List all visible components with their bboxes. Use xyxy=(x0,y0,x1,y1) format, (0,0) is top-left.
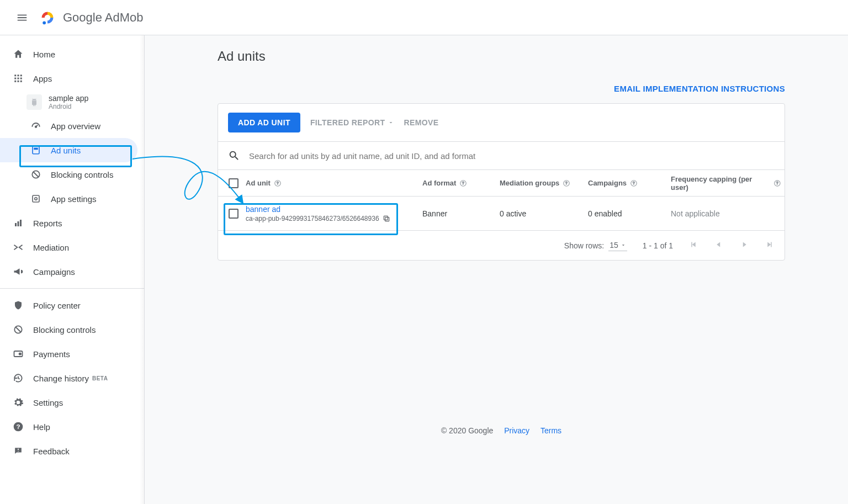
svg-rect-19 xyxy=(18,221,19,226)
nav-blocking-controls[interactable]: Blocking controls xyxy=(0,317,144,342)
search-input[interactable] xyxy=(249,151,775,161)
apps-icon xyxy=(12,72,24,84)
col-format: Ad format xyxy=(422,179,456,187)
footer-copyright: © 2020 Google xyxy=(441,426,493,435)
svg-rect-20 xyxy=(20,220,22,226)
nav-blocking2-label: Blocking controls xyxy=(33,325,96,335)
table-header: Ad unit? Ad format? Mediation groups? Ca… xyxy=(218,170,785,197)
admob-logo-icon xyxy=(40,10,55,25)
cell-campaigns: 0 enabled xyxy=(588,209,671,218)
sidebar: Home Apps sample app Android App overvie… xyxy=(0,35,145,504)
nav-feedback-label: Feedback xyxy=(33,447,70,456)
help-circle-icon: ? xyxy=(459,179,467,187)
rows-select[interactable]: 15 xyxy=(608,240,627,251)
hamburger-icon xyxy=(16,12,28,24)
gear-icon xyxy=(12,396,24,408)
remove-button[interactable]: REMOVE xyxy=(404,118,439,127)
nav-apps[interactable]: Apps xyxy=(0,66,144,91)
menu-button[interactable] xyxy=(9,4,35,31)
page-title: Ad units xyxy=(218,49,785,64)
feedback-icon xyxy=(12,445,24,457)
svg-text:?: ? xyxy=(633,181,635,185)
chevron-down-icon xyxy=(388,119,394,126)
col-ad-unit: Ad unit xyxy=(246,179,271,187)
nav-policy-label: Policy center xyxy=(33,301,81,310)
svg-rect-7 xyxy=(14,81,16,82)
shield-icon xyxy=(12,299,24,311)
nav-feedback[interactable]: Feedback xyxy=(0,439,144,463)
nav-reports-label: Reports xyxy=(33,219,62,228)
ad-units-card: ADD AD UNIT FILTERED REPORT REMOVE Ad un… xyxy=(218,103,785,261)
app-name: sample app xyxy=(49,94,88,103)
svg-rect-1 xyxy=(14,75,16,76)
nav-home-label: Home xyxy=(33,50,55,59)
chevron-down-icon xyxy=(621,242,626,248)
rows-value: 15 xyxy=(610,241,618,250)
nav-campaigns[interactable]: Campaigns xyxy=(0,259,144,284)
nav-policy-center[interactable]: Policy center xyxy=(0,293,144,317)
col-freq: Frequency capping (per user) xyxy=(671,175,770,192)
nav-change-history[interactable]: Change history BETA xyxy=(0,366,144,390)
search-icon xyxy=(228,150,240,162)
nav-app-settings-label: App settings xyxy=(51,194,97,204)
cell-format: Banner xyxy=(422,209,500,218)
nav-app-settings[interactable]: App settings xyxy=(0,187,144,211)
payments-icon xyxy=(12,348,24,360)
page-last-button[interactable] xyxy=(765,240,775,251)
svg-line-11 xyxy=(36,125,38,126)
help-circle-icon: ? xyxy=(630,179,638,187)
svg-text:?: ? xyxy=(462,181,464,185)
page-next-button[interactable] xyxy=(739,240,749,251)
android-app-icon xyxy=(26,94,42,110)
block-icon xyxy=(30,168,42,181)
block-icon xyxy=(12,323,24,336)
filtered-report-button[interactable]: FILTERED REPORT xyxy=(310,118,394,127)
app-settings-icon xyxy=(30,193,42,205)
nav-blocking-label: Blocking controls xyxy=(51,170,113,179)
col-campaigns: Campaigns xyxy=(588,179,627,187)
page-first-button[interactable] xyxy=(688,240,698,251)
svg-text:?: ? xyxy=(277,181,279,185)
help-circle-icon: ? xyxy=(563,179,570,187)
help-circle-icon: ? xyxy=(773,179,781,187)
nav-payments-label: Payments xyxy=(33,349,70,359)
select-all-checkbox[interactable] xyxy=(229,178,239,188)
footer-privacy-link[interactable]: Privacy xyxy=(504,426,529,435)
app-header: Google AdMob xyxy=(0,0,848,35)
sidebar-app[interactable]: sample app Android xyxy=(0,91,144,114)
filtered-report-label: FILTERED REPORT xyxy=(310,118,385,127)
nav-home[interactable]: Home xyxy=(0,42,144,66)
show-rows-label: Show rows: xyxy=(564,241,604,250)
page-range: 1 - 1 of 1 xyxy=(643,241,673,250)
svg-rect-16 xyxy=(33,195,39,202)
footer-terms-link[interactable]: Terms xyxy=(540,426,561,435)
footer: © 2020 Google Privacy Terms xyxy=(218,426,785,435)
app-platform: Android xyxy=(49,103,88,110)
svg-rect-6 xyxy=(20,78,22,79)
svg-rect-2 xyxy=(18,75,19,76)
nav-payments[interactable]: Payments xyxy=(0,342,144,366)
svg-point-0 xyxy=(43,21,46,24)
reports-icon xyxy=(12,217,24,229)
add-ad-unit-button[interactable]: ADD AD UNIT xyxy=(228,113,300,132)
brand: Google AdMob xyxy=(40,10,144,25)
nav-apps-label: Apps xyxy=(33,74,52,83)
nav-settings[interactable]: Settings xyxy=(0,390,144,415)
nav-history-label: Change history xyxy=(33,374,89,383)
svg-rect-9 xyxy=(20,81,22,82)
svg-rect-5 xyxy=(18,78,19,79)
svg-point-24 xyxy=(19,353,21,354)
nav-reports[interactable]: Reports xyxy=(0,211,144,235)
svg-rect-18 xyxy=(15,223,17,226)
search-row xyxy=(218,142,785,170)
page-prev-button[interactable] xyxy=(714,240,724,251)
svg-text:?: ? xyxy=(565,181,568,185)
cell-freq: Not applicable xyxy=(671,209,781,218)
email-instructions-link[interactable]: EMAIL IMPLEMENTATION INSTRUCTIONS xyxy=(218,84,785,93)
nav-help-label: Help xyxy=(33,422,50,432)
nav-help[interactable]: ? Help xyxy=(0,415,144,439)
home-icon xyxy=(12,48,24,60)
nav-campaigns-label: Campaigns xyxy=(33,267,75,277)
nav-mediation[interactable]: Mediation xyxy=(0,235,144,259)
nav-app-overview[interactable]: App overview xyxy=(0,114,144,138)
